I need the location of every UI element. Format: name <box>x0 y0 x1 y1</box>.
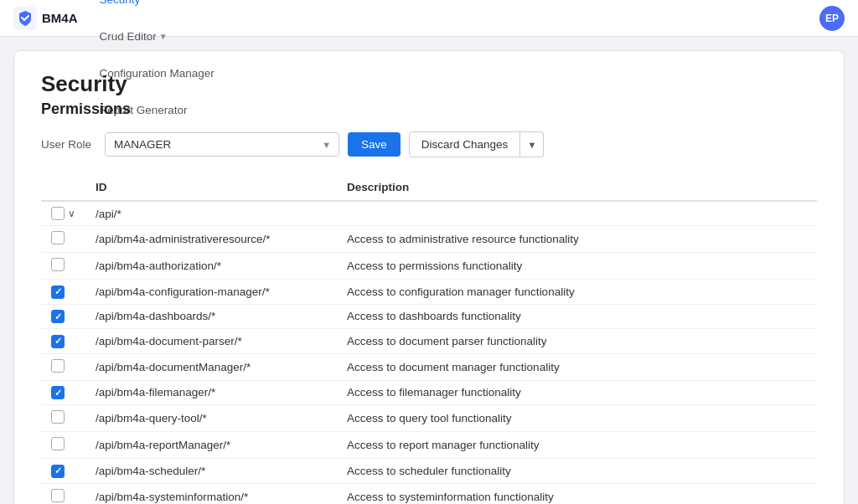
cell-description: Access to report manager functionality <box>337 432 817 459</box>
role-select[interactable]: MANAGER ADMIN VIEWER <box>105 132 339 157</box>
cell-description: Access to configuration manager function… <box>337 280 817 305</box>
cell-id: /api/bm4a-query-tool/* <box>85 405 337 432</box>
cell-id: /api/bm4a-dashboards/* <box>85 304 337 329</box>
table-row: /api/bm4a-reportManager/*Access to repor… <box>41 432 817 459</box>
checkbox-4[interactable] <box>51 310 65 323</box>
checkbox-0[interactable] <box>51 207 65 220</box>
nav-label: Crud Editor <box>100 30 157 43</box>
cell-description: Access to permissions functionality <box>337 253 817 280</box>
cell-description: Access to systeminformation functionalit… <box>337 483 817 504</box>
checkbox-3[interactable] <box>51 285 65 299</box>
table-row: /api/bm4a-systeminformation/*Access to s… <box>41 483 817 504</box>
table-row: /api/bm4a-filemanager/*Access to fileman… <box>41 380 817 405</box>
checkbox-2[interactable] <box>51 258 65 271</box>
col-id-header: ID <box>85 174 337 201</box>
discard-button-group: Discard Changes ▼ <box>409 131 544 157</box>
cell-id: /api/bm4a-administrativeresource/* <box>85 226 337 253</box>
checkbox-9[interactable] <box>51 437 65 450</box>
checkbox-1[interactable] <box>51 231 65 244</box>
table-row: /api/bm4a-administrativeresource/*Access… <box>41 226 817 253</box>
table-row: /api/bm4a-documentManager/*Access to doc… <box>41 353 817 380</box>
table-row: /api/bm4a-query-tool/*Access to query to… <box>41 405 817 432</box>
table-row: /api/bm4a-dashboards/*Access to dashboar… <box>41 304 817 329</box>
save-button[interactable]: Save <box>348 132 401 157</box>
checkbox-5[interactable] <box>51 335 65 348</box>
brand-logo[interactable]: BM4A <box>13 7 78 30</box>
table-row: ∨/api/* <box>41 201 817 226</box>
cell-id: /api/bm4a-systeminformation/* <box>85 483 337 504</box>
user-role-label: User Role <box>41 138 91 151</box>
table-header: ID Description <box>41 174 817 201</box>
cell-id: /api/* <box>85 201 337 226</box>
col-description-header: Description <box>337 174 817 201</box>
table-row: /api/bm4a-authorization/*Access to permi… <box>41 253 817 280</box>
navbar: BM4A System InformationFile Manager▼Secu… <box>0 0 858 37</box>
nav-item-security[interactable]: Security <box>91 0 223 18</box>
cell-description: Access to scheduler functionality <box>337 459 817 484</box>
cell-description: Access to query tool functionality <box>337 405 817 432</box>
role-select-wrapper: MANAGER ADMIN VIEWER ▼ <box>105 132 339 157</box>
cell-id: /api/bm4a-configuration-manager/* <box>85 280 337 305</box>
checkbox-10[interactable] <box>51 465 65 478</box>
table-row: /api/bm4a-scheduler/*Access to scheduler… <box>41 459 817 484</box>
cell-description: Access to administrative resource functi… <box>337 226 817 253</box>
discard-button[interactable]: Discard Changes <box>409 131 521 157</box>
cell-id: /api/bm4a-authorization/* <box>85 253 337 280</box>
cell-id: /api/bm4a-filemanager/* <box>85 380 337 405</box>
user-avatar[interactable]: EP <box>819 6 845 31</box>
cell-id: /api/bm4a-reportManager/* <box>85 432 337 459</box>
cell-id: /api/bm4a-document-parser/* <box>85 329 337 354</box>
cell-description: Access to filemanager functionality <box>337 380 817 405</box>
table-body: ∨/api/*/api/bm4a-administrativeresource/… <box>41 201 817 504</box>
logo-icon <box>13 7 37 30</box>
permissions-table: ID Description ∨/api/*/api/bm4a-administ… <box>41 174 817 504</box>
col-check-header <box>41 174 85 201</box>
chevron-down-icon: ▼ <box>159 32 168 41</box>
table-row: /api/bm4a-configuration-manager/*Access … <box>41 280 817 305</box>
table-row: /api/bm4a-document-parser/*Access to doc… <box>41 329 817 354</box>
cell-description: Access to document parser functionality <box>337 329 817 354</box>
checkbox-8[interactable] <box>51 410 65 424</box>
nav-item-crud-editor[interactable]: Crud Editor▼ <box>91 18 223 55</box>
cell-description <box>337 201 817 226</box>
cell-id: /api/bm4a-documentManager/* <box>85 353 337 380</box>
checkbox-6[interactable] <box>51 359 65 373</box>
discard-dropdown-button[interactable]: ▼ <box>520 131 544 157</box>
toolbar: User Role MANAGER ADMIN VIEWER ▼ Save Di… <box>41 131 817 157</box>
checkbox-11[interactable] <box>51 489 65 502</box>
cell-description: Access to dashboards functionality <box>337 304 817 329</box>
cell-id: /api/bm4a-scheduler/* <box>85 459 337 484</box>
cell-description: Access to document manager functionality <box>337 353 817 380</box>
expand-arrow-icon[interactable]: ∨ <box>68 208 75 219</box>
checkbox-7[interactable] <box>51 386 65 399</box>
